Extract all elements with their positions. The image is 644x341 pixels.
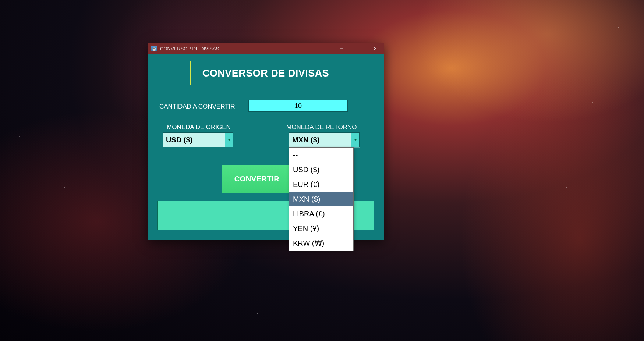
chevron-down-icon [225,133,233,147]
minimize-button[interactable] [333,43,350,54]
dropdown-option[interactable]: LIBRA (£) [289,206,353,221]
heading-box: CONVERSOR DE DIVISAS [190,61,341,85]
chevron-down-icon [351,133,359,147]
close-icon [374,47,377,50]
dropdown-option[interactable]: USD ($) [289,162,353,177]
label-retorno: MONEDA DE RETORNO [286,124,357,131]
close-button[interactable] [367,43,384,54]
window-title: CONVERSOR DE DIVISAS [160,46,333,51]
dropdown-option[interactable]: KRW (₩) [289,236,353,251]
dropdown-option[interactable]: YEN (¥) [289,221,353,236]
label-cantidad: CANTIDAD A CONVERTIR [159,103,235,110]
app-window: ☕ CONVERSOR DE DIVISAS CONVERSOR DE DIVI… [148,43,384,240]
retorno-selected-text: MXN ($) [289,136,351,144]
origen-combobox[interactable]: USD ($) [163,132,233,147]
svg-rect-1 [357,47,360,50]
label-origen: MONEDA DE ORIGEN [167,124,231,131]
svg-marker-5 [354,139,357,141]
dropdown-option[interactable]: MXN ($) [289,192,353,206]
origen-selected-text: USD ($) [163,136,225,144]
amount-input[interactable] [248,100,348,112]
convert-button[interactable]: CONVERTIR [222,165,292,193]
window-content: CONVERSOR DE DIVISAS CANTIDAD A CONVERTI… [148,54,384,240]
dropdown-option[interactable]: EUR (€) [289,177,353,192]
retorno-combobox[interactable]: MXN ($) [289,132,360,147]
maximize-button[interactable] [350,43,367,54]
heading-text: CONVERSOR DE DIVISAS [202,68,329,79]
java-icon: ☕ [151,46,157,51]
maximize-icon [357,47,360,50]
titlebar[interactable]: ☕ CONVERSOR DE DIVISAS [148,43,384,54]
minimize-icon [340,47,343,50]
svg-marker-4 [228,139,231,141]
retorno-dropdown-list[interactable]: -- USD ($) EUR (€) MXN ($) LIBRA (£) YEN… [289,147,354,251]
dropdown-option[interactable]: -- [289,148,353,162]
